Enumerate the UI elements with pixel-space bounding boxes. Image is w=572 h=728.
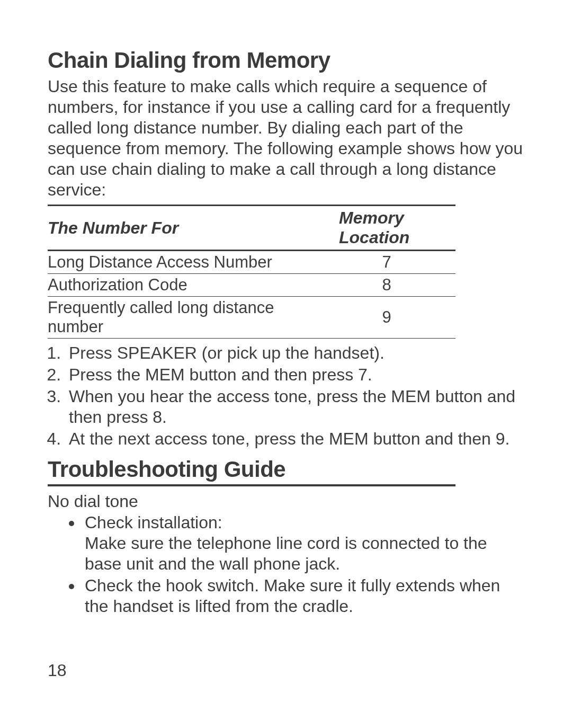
table-header-number-for: The Number For	[48, 206, 318, 251]
intro-paragraph: Use this feature to make calls which req…	[48, 76, 524, 200]
table-cell-label: Authorization Code	[48, 274, 318, 297]
list-item: Check installation: Make sure the teleph…	[83, 512, 524, 574]
list-item: When you hear the access tone, press the…	[66, 386, 524, 428]
table-header-memory-location: Memory Location	[318, 206, 455, 251]
page: Chain Dialing from Memory Use this featu…	[0, 0, 572, 728]
memory-table: The Number For Memory Location Long Dist…	[48, 205, 455, 339]
heading-chain-dialing: Chain Dialing from Memory	[48, 48, 524, 73]
bullet-body: Make sure the telephone line cord is con…	[85, 533, 524, 574]
bullet-lead: Check the hook switch. Make sure it full…	[85, 576, 500, 616]
trouble-subhead: No dial tone	[48, 492, 524, 511]
table-cell-label: Long Distance Access Number	[48, 251, 318, 274]
bullet-list: Check installation: Make sure the teleph…	[48, 512, 524, 617]
table-cell-location: 9	[318, 297, 455, 339]
list-item: Press SPEAKER (or pick up the handset).	[66, 343, 524, 363]
table-row: Authorization Code 8	[48, 274, 455, 297]
list-item: At the next access tone, press the MEM b…	[66, 429, 524, 449]
page-number: 18	[48, 661, 67, 680]
table-cell-location: 7	[318, 251, 455, 274]
steps-list: Press SPEAKER (or pick up the handset). …	[48, 343, 524, 449]
table-cell-label: Frequently called long distance number	[48, 297, 318, 339]
heading-troubleshooting: Troubleshooting Guide	[48, 457, 455, 486]
list-item: Press the MEM button and then press 7.	[66, 365, 524, 385]
bullet-lead: Check installation:	[85, 513, 222, 532]
table-cell-location: 8	[318, 274, 455, 297]
list-item: Check the hook switch. Make sure it full…	[83, 575, 524, 617]
table-row: Long Distance Access Number 7	[48, 251, 455, 274]
table-row: Frequently called long distance number 9	[48, 297, 455, 339]
